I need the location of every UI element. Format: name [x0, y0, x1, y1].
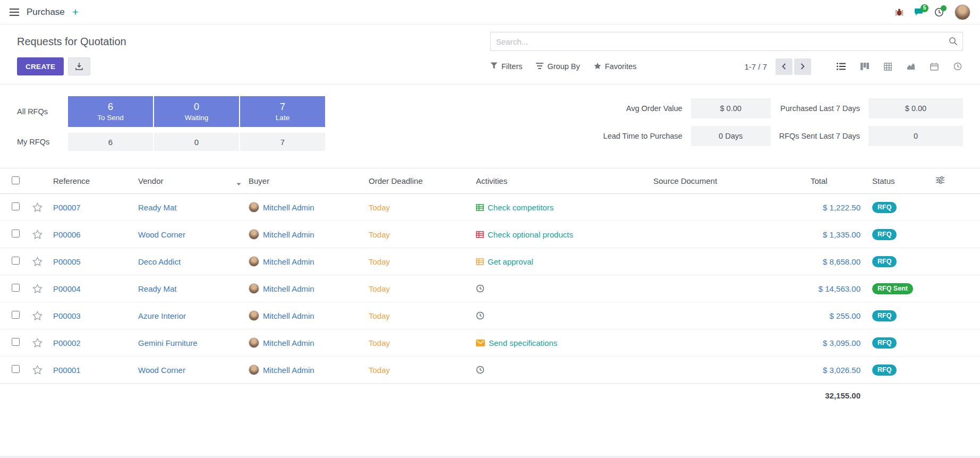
activities-icon[interactable] [934, 7, 944, 17]
row-checkbox[interactable] [12, 202, 20, 210]
activity-list-icon[interactable] [476, 231, 484, 239]
activity-list-icon[interactable] [476, 258, 484, 266]
table-footer-row: 32,155.00 [0, 384, 980, 408]
menu-toggle-icon[interactable] [10, 9, 19, 16]
activity-clock-icon[interactable] [476, 311, 484, 320]
column-header-status[interactable]: Status [868, 168, 932, 194]
row-checkbox[interactable] [12, 311, 20, 319]
view-activity-icon[interactable] [952, 61, 963, 72]
vendor-link[interactable]: Deco Addict [138, 257, 181, 266]
column-header-status-label: Status [872, 176, 895, 185]
reference-link[interactable]: P00004 [53, 284, 81, 293]
vendor-link[interactable]: Ready Mat [138, 203, 177, 212]
pager-next-button[interactable] [794, 58, 811, 75]
vendor-link[interactable]: Wood Corner [138, 366, 185, 375]
column-header-activities[interactable]: Activities [472, 168, 649, 194]
reference-link[interactable]: P00001 [53, 366, 81, 375]
row-checkbox[interactable] [12, 257, 20, 265]
buyer-link[interactable]: Mitchell Admin [263, 366, 314, 375]
card-late[interactable]: 7 Late [240, 96, 325, 127]
table-row[interactable]: P00002 Gemini Furniture Mitchell Admin T… [0, 329, 980, 357]
favorite-star-icon[interactable] [31, 228, 44, 240]
row-checkbox[interactable] [12, 230, 20, 238]
vendor-link[interactable]: Wood Corner [138, 230, 185, 239]
card-late-label: Late [276, 114, 289, 122]
activity-label[interactable]: Send specifications [489, 338, 557, 347]
view-graph-icon[interactable] [906, 62, 916, 71]
filters-button[interactable]: Filters [490, 62, 522, 71]
optional-columns-icon[interactable] [936, 176, 944, 185]
card-waiting[interactable]: 0 Waiting [154, 96, 239, 127]
buyer-link[interactable]: Mitchell Admin [263, 311, 314, 320]
column-header-total[interactable]: Total [806, 168, 868, 194]
table-row[interactable]: P00006 Wood Corner Mitchell Admin Today … [0, 221, 980, 248]
buyer-link[interactable]: Mitchell Admin [263, 284, 314, 293]
pager-previous-button[interactable] [776, 58, 792, 75]
stat-value-lead-time: 0 Days [691, 126, 771, 146]
reference-link[interactable]: P00002 [53, 338, 81, 347]
user-avatar[interactable] [955, 4, 970, 20]
bug-icon[interactable] [895, 8, 904, 16]
row-checkbox[interactable] [12, 365, 20, 373]
reference-link[interactable]: P00006 [53, 230, 81, 239]
reference-link[interactable]: P00003 [53, 311, 81, 320]
column-header-order-deadline[interactable]: Order Deadline [364, 168, 472, 194]
vendor-link[interactable]: Azure Interior [138, 311, 186, 320]
row-checkbox[interactable] [12, 284, 20, 292]
row-checkbox[interactable] [12, 338, 20, 346]
favorite-star-icon[interactable] [31, 310, 44, 321]
column-header-reference[interactable]: Reference [49, 168, 134, 194]
messages-badge: 5 [921, 4, 928, 12]
buyer-link[interactable]: Mitchell Admin [263, 203, 314, 212]
column-header-vendor[interactable]: Vendor [134, 168, 244, 194]
table-row[interactable]: P00001 Wood Corner Mitchell Admin Today [0, 357, 980, 384]
order-deadline-text: Today [369, 203, 390, 212]
column-header-buyer[interactable]: Buyer [244, 168, 364, 194]
activity-label[interactable]: Check optional products [488, 230, 573, 239]
card-my-to-send[interactable]: 6 [68, 133, 153, 151]
buyer-link[interactable]: Mitchell Admin [263, 230, 314, 239]
view-kanban-icon[interactable] [859, 62, 870, 71]
activity-label[interactable]: Check competitors [488, 203, 553, 212]
stat-value-purchased-last-7-days: $ 0.00 [868, 98, 963, 118]
rfq-list-table: Reference Vendor Buyer Order Deadline Ac… [0, 168, 980, 408]
favorite-star-icon[interactable] [31, 201, 44, 213]
view-calendar-icon[interactable] [929, 62, 940, 72]
card-to-send[interactable]: 6 To Send [68, 96, 153, 127]
favorite-star-icon[interactable] [31, 283, 44, 294]
app-menu-title[interactable]: Purchase [27, 7, 65, 18]
search-icon[interactable] [949, 37, 958, 47]
buyer-link[interactable]: Mitchell Admin [263, 338, 314, 347]
activity-clock-icon[interactable] [476, 366, 484, 374]
table-row[interactable]: P00003 Azure Interior Mitchell Admin Tod… [0, 302, 980, 329]
favorites-button[interactable]: Favorites [594, 62, 637, 71]
table-row[interactable]: P00004 Ready Mat Mitchell Admin Today [0, 275, 980, 302]
vendor-link[interactable]: Gemini Furniture [138, 338, 198, 347]
favorite-star-icon[interactable] [31, 364, 44, 376]
card-my-late[interactable]: 7 [240, 133, 325, 151]
chevron-down-icon[interactable] [236, 179, 241, 188]
group-by-button[interactable]: Group By [536, 62, 580, 71]
vendor-link[interactable]: Ready Mat [138, 284, 177, 293]
column-header-source-document[interactable]: Source Document [649, 168, 806, 194]
search-input[interactable] [490, 32, 963, 51]
activity-list-icon[interactable] [476, 203, 484, 211]
plus-icon[interactable]: + [72, 6, 79, 18]
activity-envelope-icon[interactable] [476, 340, 485, 346]
activity-clock-icon[interactable] [476, 284, 484, 293]
reference-link[interactable]: P00007 [53, 203, 81, 212]
card-my-waiting[interactable]: 0 [154, 133, 239, 151]
export-button[interactable] [68, 57, 90, 75]
favorite-star-icon[interactable] [31, 337, 44, 349]
activity-label[interactable]: Get approval [488, 257, 533, 266]
create-button[interactable]: CREATE [17, 57, 64, 75]
favorite-star-icon[interactable] [31, 256, 44, 267]
messages-icon[interactable]: 5 [914, 8, 924, 16]
table-row[interactable]: P00005 Deco Addict Mitchell Admin Today … [0, 248, 980, 275]
buyer-link[interactable]: Mitchell Admin [263, 257, 314, 266]
select-all-checkbox[interactable] [12, 176, 20, 184]
view-pivot-icon[interactable] [883, 62, 893, 72]
table-row[interactable]: P00007 Ready Mat Mitchell Admin Today Ch… [0, 194, 980, 221]
reference-link[interactable]: P00005 [53, 257, 81, 266]
view-list-icon[interactable] [836, 62, 847, 71]
